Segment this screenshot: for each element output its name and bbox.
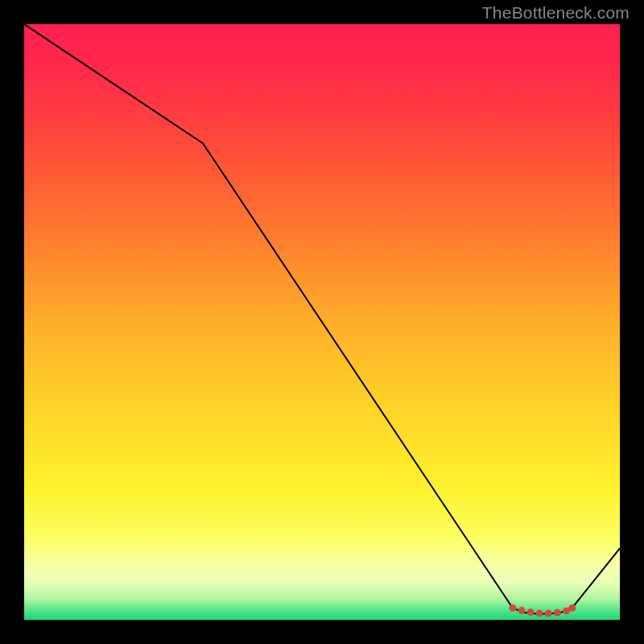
- highlight-marker: [545, 609, 552, 617]
- watermark-text: TheBottleneck.com: [482, 3, 630, 23]
- highlight-marker: [568, 605, 576, 612]
- highlight-marker: [536, 609, 543, 617]
- plot-frame: [24, 24, 620, 620]
- highlight-marker: [554, 609, 561, 617]
- plot-line-svg: [24, 24, 620, 620]
- highlight-marker: [518, 607, 525, 614]
- highlight-marker: [509, 605, 516, 612]
- bottleneck-curve: [24, 24, 620, 614]
- chart-container: TheBottleneck.com: [0, 0, 644, 644]
- highlight-marker: [527, 609, 535, 616]
